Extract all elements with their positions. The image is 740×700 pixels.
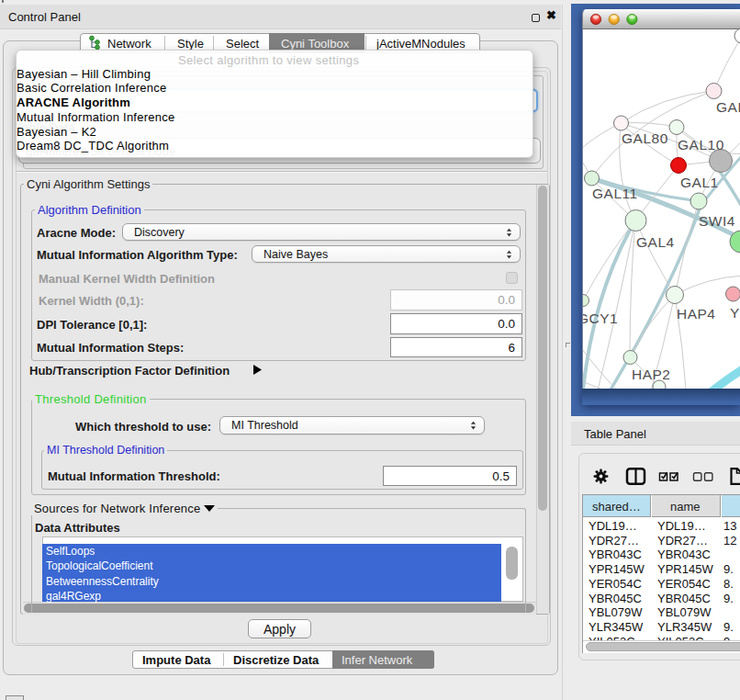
svg-text:SWI4: SWI4 [699, 213, 735, 229]
svg-text:GAL1: GAL1 [680, 175, 719, 190]
svg-text:HAP4: HAP4 [677, 306, 716, 322]
svg-text:Y: Y [730, 305, 740, 321]
svg-text:HAP2: HAP2 [632, 367, 671, 382]
svg-text:GAL2: GAL2 [716, 99, 740, 115]
svg-text:GCY1: GCY1 [577, 310, 618, 326]
svg-text:GAL4: GAL4 [636, 234, 675, 250]
svg-text:GAL11: GAL11 [592, 186, 638, 201]
svg-text:GAL10: GAL10 [678, 137, 724, 152]
svg-text:GAL80: GAL80 [622, 130, 668, 146]
